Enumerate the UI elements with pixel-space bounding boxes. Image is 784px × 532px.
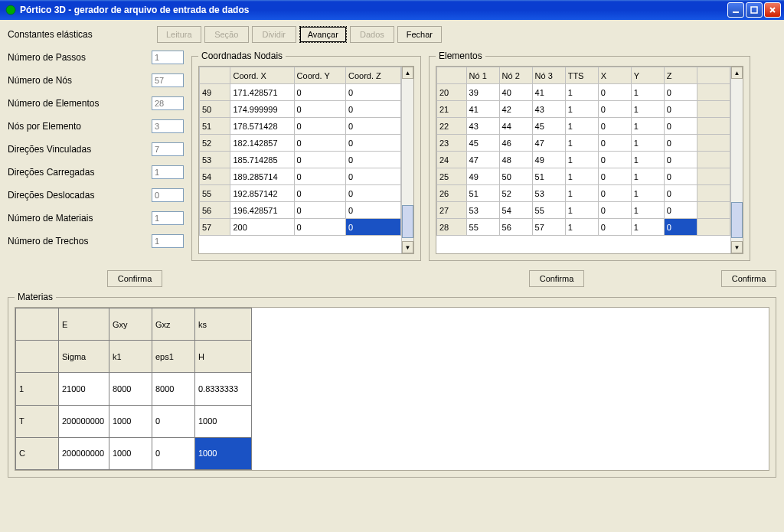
table-row[interactable]: 234546471010 <box>437 135 730 152</box>
fechar-button[interactable]: Fechar <box>397 26 442 43</box>
column-header[interactable] <box>16 308 59 341</box>
section-label: Constantes elásticas <box>8 29 93 40</box>
label-vinculadas: Direções Vinculadas <box>8 144 152 155</box>
input-passos[interactable] <box>152 51 184 64</box>
titlebar: Pórtico 3D - gerador de arquivo de entra… <box>0 0 784 20</box>
column-header[interactable]: Y <box>631 67 664 84</box>
column-header[interactable]: Coord. Y <box>294 67 345 84</box>
table-row[interactable]: 285556571010 <box>437 219 730 236</box>
leitura-button[interactable]: Leitura <box>157 26 201 43</box>
table-row[interactable]: 203940411010 <box>437 84 730 101</box>
coord-legend: Coordnadas Nodais <box>198 51 286 61</box>
table-row[interactable]: 265152531010 <box>437 185 730 202</box>
svg-point-0 <box>6 5 15 15</box>
input-elementos[interactable] <box>152 96 184 110</box>
materias-legend: Materias <box>15 292 56 302</box>
column-header[interactable] <box>200 67 230 84</box>
elementos-table[interactable]: Nó 1Nó 2Nó 3TTSXYZ2039404110102141424310… <box>436 67 730 236</box>
column-header[interactable] <box>16 341 59 373</box>
column-header[interactable]: ks <box>195 308 252 341</box>
table-row[interactable]: 214142431010 <box>437 101 730 118</box>
column-header[interactable]: Nó 1 <box>466 67 499 84</box>
column-header[interactable]: Coord. X <box>230 67 294 84</box>
materias-table[interactable]: EGxyGxzksSigmak1eps1H121000800080000.833… <box>15 308 252 470</box>
table-row[interactable]: T200000000100001000 <box>16 405 252 437</box>
scroll-down-icon[interactable]: ▼ <box>731 241 743 253</box>
label-carregadas: Direções Carregadas <box>8 167 152 178</box>
table-row[interactable]: C200000000100001000 <box>16 437 252 469</box>
dividir-button[interactable]: Dividir <box>252 26 296 43</box>
scroll-up-icon[interactable]: ▲ <box>731 67 743 79</box>
close-button[interactable] <box>764 2 781 18</box>
label-deslocadas: Direções Deslocadas <box>8 190 152 201</box>
input-trechos[interactable] <box>152 234 184 248</box>
label-elementos: Número de Elementos <box>8 98 152 109</box>
label-trechos: Número de Trechos <box>8 236 152 246</box>
minimize-button[interactable] <box>727 2 744 18</box>
input-nos[interactable] <box>152 73 184 87</box>
materias-fieldset: Materias EGxyGxzksSigmak1eps1H1210008000… <box>8 292 776 478</box>
input-materiais[interactable] <box>152 211 184 225</box>
svg-rect-2 <box>751 7 757 13</box>
params-panel: Número de Passos Número de Nós Número de… <box>8 51 184 257</box>
avancar-button[interactable]: Avançar <box>299 26 347 43</box>
column-header[interactable]: H <box>195 341 252 373</box>
svg-rect-1 <box>733 11 739 13</box>
table-row[interactable]: 51178.57142800 <box>200 118 401 135</box>
window-title: Pórtico 3D - gerador de arquivo de entra… <box>20 5 249 15</box>
input-vinculadas[interactable] <box>152 142 184 156</box>
elem-scrollbar[interactable]: ▲ ▼ <box>730 67 743 253</box>
scroll-up-icon[interactable]: ▲ <box>402 67 413 79</box>
table-row[interactable]: 52182.14285700 <box>200 135 401 152</box>
input-carregadas[interactable] <box>152 165 184 179</box>
table-row[interactable]: 54189.28571400 <box>200 168 401 185</box>
label-passos: Número de Passos <box>8 52 152 63</box>
confirma-right-button[interactable]: Confirma <box>721 270 776 287</box>
maximize-button[interactable] <box>746 2 763 18</box>
coord-table[interactable]: Coord. XCoord. YCoord. Z49171.4285710050… <box>199 67 401 236</box>
table-row[interactable]: 56196.42857100 <box>200 202 401 219</box>
elementos-legend: Elementos <box>436 51 485 61</box>
table-row[interactable]: 50174.99999900 <box>200 101 401 118</box>
input-nos-elem[interactable] <box>152 119 184 133</box>
table-row[interactable]: 5720000 <box>200 219 401 236</box>
column-header[interactable]: Gxz <box>152 308 195 341</box>
table-row[interactable]: 53185.71428500 <box>200 152 401 168</box>
table-row[interactable]: 254950511010 <box>437 168 730 185</box>
confirma-mid-button[interactable]: Confirma <box>529 270 584 287</box>
column-header[interactable]: Nó 3 <box>532 67 565 84</box>
dados-button[interactable]: Dados <box>350 26 394 43</box>
column-header[interactable]: X <box>598 67 631 84</box>
table-row[interactable]: 224344451010 <box>437 118 730 135</box>
column-header[interactable]: Coord. Z <box>346 67 401 84</box>
table-row[interactable]: 55192.85714200 <box>200 185 401 202</box>
label-materiais: Número de Materiais <box>8 213 152 224</box>
coord-fieldset: Coordnadas Nodais Coord. XCoord. YCoord.… <box>191 51 421 261</box>
coord-scrollbar[interactable]: ▲ ▼ <box>401 67 413 253</box>
column-header[interactable]: Gxy <box>109 308 152 341</box>
column-header[interactable]: k1 <box>109 341 152 373</box>
app-icon <box>5 4 17 16</box>
label-nos: Número de Nós <box>8 75 152 86</box>
confirma-left-button[interactable]: Confirma <box>107 270 162 287</box>
column-header[interactable]: Z <box>664 67 697 84</box>
table-row[interactable]: 275354551010 <box>437 202 730 219</box>
column-header[interactable]: Sigma <box>59 341 109 373</box>
secao-button[interactable]: Seção <box>204 26 249 43</box>
label-nos-elem: Nós por Elemento <box>8 121 152 132</box>
column-header[interactable]: TTS <box>565 67 598 84</box>
column-header[interactable]: E <box>59 308 109 341</box>
table-row[interactable]: 244748491010 <box>437 152 730 168</box>
table-row[interactable]: 121000800080000.8333333 <box>16 373 252 405</box>
column-header[interactable] <box>437 67 467 84</box>
elementos-fieldset: Elementos Nó 1Nó 2Nó 3TTSXYZ203940411010… <box>429 51 750 261</box>
input-deslocadas[interactable] <box>152 188 184 202</box>
table-row[interactable]: 49171.42857100 <box>200 84 401 101</box>
column-header[interactable]: Nó 2 <box>499 67 532 84</box>
scroll-down-icon[interactable]: ▼ <box>402 241 413 253</box>
column-header[interactable]: eps1 <box>152 341 195 373</box>
